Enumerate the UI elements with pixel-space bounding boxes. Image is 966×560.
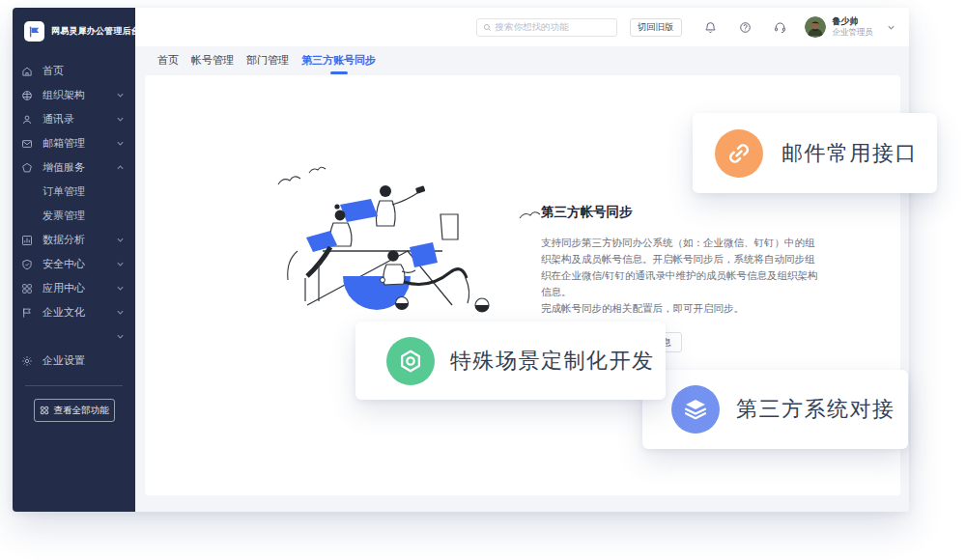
sidebar-item-label: 增值服务: [43, 160, 116, 175]
sidebar-item-label: 数据分析: [43, 233, 116, 247]
feature-card-label: 邮件常用接口: [781, 139, 918, 168]
sidebar-item-1[interactable]: 组织架构: [13, 83, 135, 107]
search-placeholder: 搜索你想找的功能: [496, 21, 569, 34]
tab-label: 第三方账号同步: [301, 54, 376, 66]
sidebar-item-label: 发票管理: [43, 209, 125, 223]
user-meta[interactable]: 鲁少帅 企业管理员: [833, 16, 874, 38]
sidebar-item-label: 安全中心: [43, 257, 116, 271]
tabs: 首页帐号管理部门管理第三方账号同步: [135, 46, 909, 75]
panel-description-note: 完成帐号同步的相关配置后，即可开启同步。: [541, 300, 823, 317]
sidebar-item-label: 通讯录: [43, 112, 116, 126]
sidebar-menu: 首页组织架构通讯录邮箱管理增值服务订单管理发票管理数据分析安全中心应用中心企业文…: [13, 59, 135, 373]
feature-card-2[interactable]: 特殊场景定制化开发: [355, 322, 666, 400]
tab-label: 帐号管理: [191, 54, 234, 66]
feature-card-3[interactable]: 第三方系统对接: [642, 370, 908, 449]
layers-icon: [671, 385, 720, 434]
tab-3[interactable]: 第三方账号同步: [301, 48, 376, 74]
bell-icon[interactable]: [704, 21, 717, 34]
chevron-down-icon: [116, 308, 125, 317]
contacts-icon: [21, 114, 33, 126]
topbar: 搜索你想找的功能 切回旧版 鲁少帅 企业管理员: [135, 8, 909, 46]
view-all-features-label: 查看全部功能: [54, 405, 109, 417]
chevron-down-icon: [116, 91, 125, 99]
sidebar-item-label: 企业设置: [43, 353, 125, 368]
illustration-teamwork: [263, 158, 553, 324]
sidebar-item-3[interactable]: 邮箱管理: [13, 131, 135, 155]
brand-flag-icon: [24, 21, 44, 42]
sidebar-item-label: 企业文化: [43, 305, 116, 320]
grid-icon: [40, 406, 49, 415]
panel-title: 第三方帐号同步: [541, 204, 823, 221]
active-tab-underline: [330, 71, 348, 74]
sidebar-item-10[interactable]: 企业文化: [13, 300, 135, 324]
feature-card-label: 第三方系统对接: [736, 395, 895, 424]
sidebar-item-8[interactable]: 安全中心: [13, 252, 135, 276]
culture-icon: [21, 307, 33, 319]
chevron-down-icon: [116, 139, 125, 148]
hexagon-nut-icon: [386, 337, 435, 385]
search-input[interactable]: 搜索你想找的功能: [476, 18, 617, 37]
tab-label: 首页: [157, 54, 179, 66]
gear-icon: [21, 355, 33, 367]
chart-icon: [21, 235, 33, 246]
help-icon[interactable]: [739, 21, 752, 34]
panel-description: 支持同步第三方协同办公系统（如：企业微信、钉钉）中的组织架构及成员帐号信息。开启…: [541, 235, 823, 300]
sidebar-item-0[interactable]: 首页: [13, 59, 135, 83]
chevron-up-icon: [116, 163, 125, 172]
chevron-down-icon[interactable]: [887, 23, 895, 32]
chevron-down-icon: [116, 332, 125, 341]
view-all-features-button[interactable]: 查看全部功能: [34, 399, 115, 422]
sidebar-item-label: 订单管理: [43, 184, 125, 199]
search-icon: [483, 23, 492, 32]
sidebar-divider: [25, 385, 123, 386]
user-name: 鲁少帅: [833, 16, 874, 27]
sidebar-item-6[interactable]: 发票管理: [13, 204, 135, 228]
tab-label: 部门管理: [246, 54, 289, 66]
sidebar: 网易灵犀办公管理后台 首页组织架构通讯录邮箱管理增值服务订单管理发票管理数据分析…: [13, 8, 135, 512]
sidebar-item-label: 首页: [43, 64, 125, 78]
sidebar-item-9[interactable]: 应用中心: [13, 276, 135, 300]
link-icon: [715, 129, 763, 178]
feature-card-1[interactable]: 邮件常用接口: [693, 113, 937, 193]
sidebar-item-4[interactable]: 增值服务: [13, 155, 135, 180]
home-icon: [21, 66, 33, 77]
user-avatar[interactable]: [805, 16, 826, 38]
headset-icon[interactable]: [774, 21, 786, 34]
user-role: 企业管理员: [833, 27, 874, 38]
brand-title: 网易灵犀办公管理后台: [51, 25, 140, 38]
sidebar-item-12[interactable]: 企业设置: [13, 349, 135, 373]
apps-icon: [21, 283, 33, 294]
tab-1[interactable]: 帐号管理: [191, 48, 234, 74]
sidebar-item-blank[interactable]: [13, 324, 135, 349]
org-icon: [21, 90, 33, 101]
sidebar-item-label: 组织架构: [43, 88, 116, 102]
brand: 网易灵犀办公管理后台: [13, 8, 135, 42]
switch-old-version-button[interactable]: 切回旧版: [630, 18, 682, 37]
chevron-down-icon: [116, 260, 125, 268]
chevron-down-icon: [116, 284, 125, 293]
tab-2[interactable]: 部门管理: [246, 48, 289, 74]
sidebar-item-2[interactable]: 通讯录: [13, 107, 135, 131]
chevron-down-icon: [116, 115, 125, 124]
tab-0[interactable]: 首页: [157, 48, 179, 74]
chevron-down-icon: [116, 236, 125, 244]
sidebar-item-7[interactable]: 数据分析: [13, 228, 135, 252]
sidebar-item-5[interactable]: 订单管理: [13, 180, 135, 204]
feature-card-label: 特殊场景定制化开发: [450, 347, 655, 376]
vas-icon: [21, 162, 33, 174]
shield-icon: [21, 259, 33, 270]
page: { "colors": { "sidebar_bg": "#232D49", "…: [0, 0, 966, 560]
sidebar-item-label: 应用中心: [43, 281, 116, 295]
mail-icon: [21, 138, 33, 150]
sidebar-item-label: 邮箱管理: [43, 136, 116, 151]
